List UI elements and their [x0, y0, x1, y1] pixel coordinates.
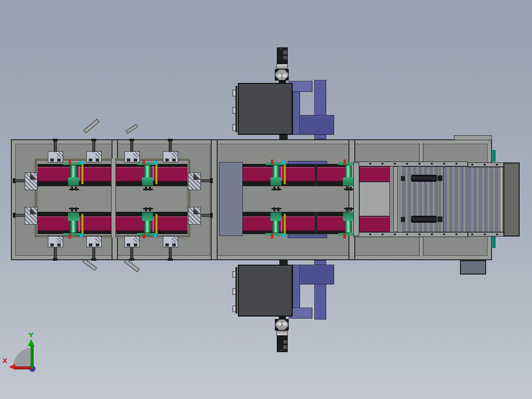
lift-frame-rail-bottom[interactable]: [353, 232, 468, 237]
mount-plate[interactable]: [124, 151, 140, 162]
pneumatic-gripper-top[interactable]: [275, 69, 289, 80]
hinge-tab[interactable]: [232, 271, 236, 278]
clamp-unit[interactable]: [63, 160, 84, 191]
gantry-slide-block-top[interactable]: [300, 115, 334, 135]
side-bracket[interactable]: [25, 207, 38, 225]
gantry-base-strip-bottom[interactable]: [288, 235, 327, 238]
pneumatic-cylinder-top[interactable]: [411, 175, 437, 182]
mount-plate[interactable]: [48, 151, 63, 162]
clamp-unit[interactable]: [265, 207, 287, 239]
mount-plate[interactable]: [48, 236, 63, 247]
hinge-tab[interactable]: [232, 90, 236, 96]
cad-viewport[interactable]: X Y: [0, 0, 532, 399]
sensor-bar-bottom-2[interactable]: [124, 259, 140, 272]
sensor-bar-top-2[interactable]: [125, 124, 138, 134]
junction-box[interactable]: [460, 260, 486, 275]
adjuster-rod[interactable]: [14, 214, 25, 217]
mount-plate[interactable]: [86, 236, 102, 247]
screw[interactable]: [169, 247, 172, 259]
mount-plate[interactable]: [163, 236, 178, 247]
gantry-base-strip-top[interactable]: [288, 161, 327, 164]
screw[interactable]: [54, 247, 57, 259]
triad-fan: [13, 348, 33, 368]
screw[interactable]: [92, 247, 95, 259]
belt-right-top[interactable]: [359, 166, 390, 182]
x-axis-label: X: [2, 358, 7, 364]
motor-coupling-bottom[interactable]: [276, 330, 288, 336]
roller-frame-bar-1[interactable]: [393, 166, 398, 232]
actuator-foot-bottom[interactable]: [279, 260, 288, 265]
gantry-slide-block-bottom[interactable]: [300, 265, 334, 284]
belt-joint-bottom[interactable]: [315, 212, 317, 233]
frame-post-right-top[interactable]: [419, 143, 423, 163]
side-bracket[interactable]: [188, 172, 201, 190]
clamp-unit[interactable]: [265, 160, 287, 191]
side-bracket[interactable]: [25, 172, 38, 190]
clamp-unit[interactable]: [63, 207, 84, 239]
screw[interactable]: [130, 247, 133, 259]
sensor-bar-top-1[interactable]: [83, 119, 100, 133]
screw[interactable]: [130, 140, 133, 152]
belt-right-bottom[interactable]: [359, 216, 390, 232]
adjuster-rod[interactable]: [14, 179, 25, 182]
side-bracket[interactable]: [188, 207, 201, 225]
frame-post-right-bottom[interactable]: [419, 236, 423, 256]
screw[interactable]: [92, 140, 95, 152]
lift-frame-rail-left[interactable]: [353, 162, 359, 236]
extension-rail-top[interactable]: [468, 162, 504, 167]
lift-frame-rail-top[interactable]: [353, 161, 468, 166]
cylinder-mount[interactable]: [437, 216, 443, 222]
clamp-unit[interactable]: [137, 160, 158, 191]
screw[interactable]: [169, 140, 172, 152]
lift-center-plate[interactable]: [359, 182, 390, 216]
screw[interactable]: [54, 140, 57, 152]
gripper-stem-top[interactable]: [279, 80, 286, 83]
control-box-bottom[interactable]: [238, 265, 293, 317]
mount-plate[interactable]: [163, 151, 178, 162]
y-axis-arrowhead: [28, 339, 35, 346]
pneumatic-gripper-bottom[interactable]: [275, 319, 289, 330]
belt-center-bottom[interactable]: [243, 212, 349, 234]
cylinder-mount[interactable]: [401, 217, 405, 222]
control-box-top[interactable]: [238, 83, 293, 135]
motor-coupling-top[interactable]: [276, 64, 288, 69]
frame-divider-left-center[interactable]: [211, 140, 218, 259]
y-axis-arrow: [31, 346, 34, 368]
stepper-motor-top[interactable]: [277, 47, 288, 64]
hinge-tab[interactable]: [232, 288, 236, 295]
extension-rail-bottom[interactable]: [468, 232, 504, 237]
y-axis-label: Y: [29, 332, 33, 338]
stepper-motor-bottom[interactable]: [277, 336, 288, 352]
guide-block-top[interactable]: [491, 150, 495, 161]
pallet-frame-crossbar[interactable]: [111, 159, 116, 238]
conveyor-end-panel[interactable]: [503, 162, 520, 237]
adjuster-rod[interactable]: [201, 214, 212, 217]
pneumatic-cylinder-bottom[interactable]: [411, 216, 437, 223]
guide-block-bottom[interactable]: [491, 237, 495, 248]
mount-plate[interactable]: [124, 236, 140, 247]
cylinder-mount[interactable]: [437, 175, 443, 181]
roller-bed-mid[interactable]: [444, 166, 468, 232]
adjuster-rod[interactable]: [201, 179, 212, 182]
hinge-tab[interactable]: [232, 124, 236, 131]
hinge-tab[interactable]: [232, 107, 236, 114]
hinge-tab[interactable]: [232, 306, 236, 312]
actuator-foot-top[interactable]: [279, 135, 288, 140]
frame-top-rail-extension[interactable]: [454, 135, 492, 140]
mount-plate[interactable]: [86, 151, 102, 162]
clamp-unit[interactable]: [137, 207, 158, 239]
cylinder-mount[interactable]: [401, 176, 405, 181]
belt-center-top[interactable]: [243, 164, 349, 186]
belt-joint-top[interactable]: [315, 164, 317, 186]
roller-bed-extension[interactable]: [468, 167, 500, 232]
transfer-plate[interactable]: [219, 162, 243, 236]
